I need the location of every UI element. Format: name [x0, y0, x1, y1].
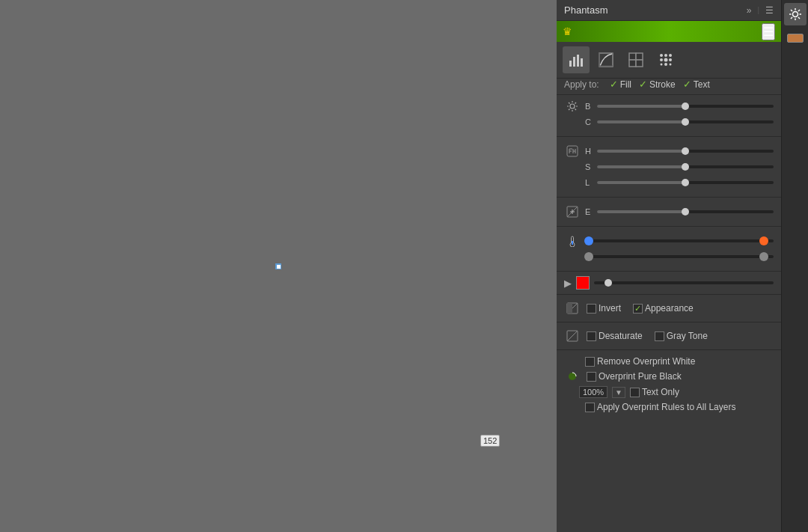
overprint-percent-row: 100% ▼ Text Only [564, 386, 774, 398]
banner-menu-button[interactable]: ☰ [762, 23, 775, 40]
solid-color-slider[interactable] [594, 281, 774, 284]
svg-rect-9 [629, 60, 636, 67]
color-temp-slider-2[interactable] [585, 255, 774, 258]
side-tool-sun[interactable] [784, 3, 807, 25]
invert-label: Invert [599, 303, 621, 314]
panel-title: Phantasm [564, 4, 608, 16]
exposure-icon [564, 206, 581, 218]
apply-overprint-rules-row: Apply Overprint Rules to All Layers [564, 402, 774, 412]
svg-point-14 [660, 58, 663, 61]
panel-header-icons: » | ☰ [747, 5, 774, 16]
appearance-checkbox[interactable]: ✓ Appearance [633, 303, 694, 314]
apply-overprint-rules-label: Apply Overprint Rules to All Layers [597, 402, 735, 412]
svg-rect-4 [599, 53, 613, 67]
appearance-label: Appearance [645, 303, 694, 314]
brightness-slider[interactable] [597, 105, 774, 108]
canvas-area: 복 업 508 [0, 0, 557, 532]
brightness-icon [564, 100, 581, 112]
svg-line-27 [575, 103, 577, 104]
svg-rect-8 [636, 53, 643, 60]
panel-header: Phantasm » | ☰ [557, 0, 781, 21]
text-only-label: Text Only [642, 387, 679, 397]
handle-bottom-right[interactable] [276, 264, 281, 269]
tool-histogram[interactable] [563, 46, 590, 73]
svg-point-48 [792, 12, 798, 17]
saturation-slider[interactable] [597, 165, 774, 168]
crown-icon: ♛ [563, 25, 572, 37]
svg-rect-3 [581, 58, 583, 67]
invert-checkbox[interactable]: Invert [587, 303, 621, 314]
thermometer-icon [564, 235, 581, 247]
svg-point-20 [570, 104, 575, 108]
invert-icon [564, 302, 581, 314]
color-temp-slider-1[interactable] [585, 239, 774, 242]
svg-line-54 [798, 17, 800, 19]
svg-line-55 [798, 10, 800, 11]
lightness-row: L [564, 176, 774, 189]
lightness-slider[interactable] [597, 181, 774, 184]
svg-point-11 [660, 54, 663, 57]
color-swatch[interactable] [576, 276, 590, 290]
svg-point-13 [669, 54, 672, 57]
svg-line-53 [791, 10, 792, 11]
expand-button[interactable]: » [747, 5, 752, 16]
gray-tone-checkbox[interactable]: Gray Tone [655, 331, 708, 341]
hue-row: H [564, 144, 774, 158]
svg-rect-0 [569, 61, 572, 67]
arrow-right-icon: ▶ [564, 278, 572, 289]
desaturate-row: Desaturate Gray Tone [564, 328, 774, 343]
svg-rect-29 [567, 146, 578, 156]
exposure-slider[interactable] [597, 210, 774, 213]
apply-overprint-rules-checkbox[interactable]: Apply Overprint Rules to All Layers [564, 402, 735, 412]
side-tool-paint[interactable] [784, 27, 807, 49]
text-only-checkbox[interactable]: Text Only [630, 387, 679, 397]
apply-stroke-check[interactable]: ✓ Stroke [639, 79, 676, 90]
color-temp-section [557, 230, 781, 268]
svg-line-46 [567, 331, 578, 341]
svg-line-56 [791, 17, 792, 19]
desaturate-checkbox[interactable]: Desaturate [587, 331, 643, 341]
apply-to-row: Apply to: ✓ Fill ✓ Stroke ✓ Text [557, 79, 781, 95]
invert-section: Invert ✓ Appearance [557, 298, 781, 319]
svg-rect-1 [573, 57, 575, 67]
brightness-row: B [564, 100, 774, 113]
right-panel: Phantasm » | ☰ ♛ ☰ [557, 0, 781, 532]
svg-point-16 [669, 58, 672, 61]
color-temp-row2 [564, 250, 774, 263]
svg-point-17 [661, 64, 663, 66]
tool-halftone[interactable] [652, 46, 679, 73]
tool-curves[interactable] [593, 46, 619, 73]
gray-tone-label: Gray Tone [667, 331, 708, 341]
hsl-sliders-section: H S L [557, 140, 781, 194]
stepper-down-button[interactable]: ▼ [612, 387, 625, 398]
menu-button[interactable]: ☰ [765, 5, 774, 16]
saturation-label: S [585, 162, 593, 171]
contrast-slider[interactable] [597, 120, 774, 123]
hsl-icon [564, 145, 581, 157]
solid-color-row: ▶ [557, 275, 781, 291]
apply-fill-check[interactable]: ✓ Fill [610, 79, 631, 90]
desaturate-icon [564, 330, 581, 342]
hue-slider[interactable] [597, 150, 774, 153]
overprint-pure-black-checkbox[interactable]: Overprint Pure Black [587, 371, 682, 382]
brightness-label: B [585, 102, 593, 111]
tool-icons-row [557, 42, 781, 79]
svg-line-26 [575, 109, 577, 111]
selected-object[interactable]: 복 업 508 [278, 266, 279, 267]
hue-label: H [585, 147, 593, 156]
exposure-section: E [557, 201, 781, 223]
svg-point-18 [664, 63, 667, 66]
desaturate-section: Desaturate Gray Tone [557, 325, 781, 346]
exposure-label: E [585, 207, 593, 216]
apply-to-label: Apply to: [564, 79, 599, 90]
percent-input[interactable]: 100% [579, 386, 607, 398]
apply-text-check[interactable]: ✓ Text [683, 79, 710, 90]
svg-rect-2 [577, 55, 579, 67]
overprint-pure-black-label: Overprint Pure Black [599, 371, 682, 382]
tool-layers[interactable] [622, 46, 649, 73]
svg-rect-42 [572, 241, 573, 245]
remove-overprint-white-checkbox[interactable]: Remove Overprint White [564, 356, 695, 367]
contrast-row: C [564, 115, 774, 129]
svg-point-19 [670, 64, 672, 66]
svg-rect-7 [629, 53, 636, 60]
